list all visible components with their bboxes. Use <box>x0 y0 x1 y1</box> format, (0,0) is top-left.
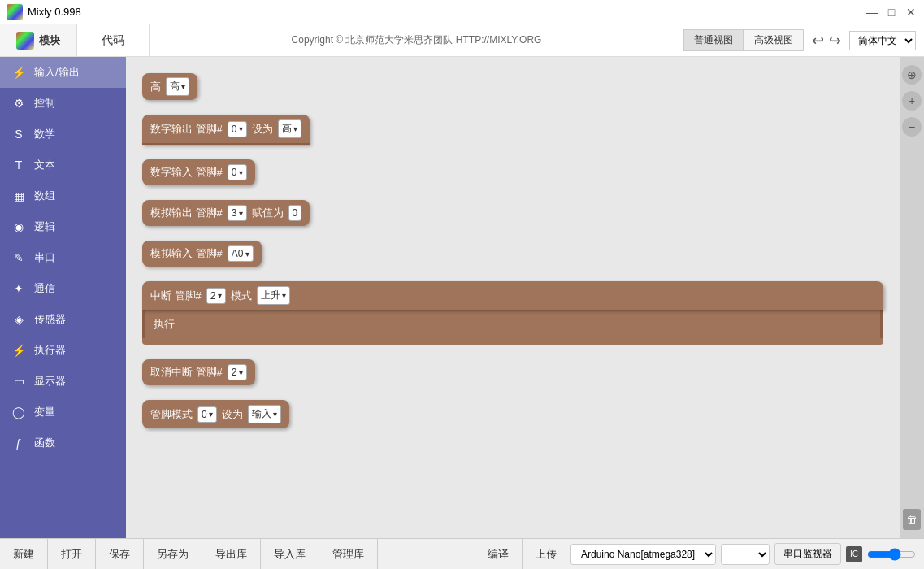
window-controls: — □ ✕ <box>865 6 917 19</box>
actuator-icon: ⚡ <box>10 341 28 359</box>
block-cancel-interrupt-label: 取消中断 管脚# <box>150 365 223 380</box>
sidebar-label-actuator: 执行器 <box>34 343 66 358</box>
sidebar-item-display[interactable]: ▭ 显示器 <box>0 366 126 397</box>
math-icon: S <box>10 125 28 143</box>
block-interrupt-mode[interactable]: 上升 ▾ <box>257 286 290 305</box>
sidebar-item-comm[interactable]: ✦ 通信 <box>0 273 126 304</box>
undo-redo-controls: ↩ ↪ <box>812 32 841 50</box>
close-button[interactable]: ✕ <box>904 6 917 19</box>
board-select[interactable]: Arduino Nano[atmega328] <box>570 544 716 565</box>
app-title: Mixly 0.998 <box>28 6 81 18</box>
sidebar-item-text[interactable]: T 文本 <box>0 150 126 180</box>
blocks-tab[interactable]: 模块 <box>0 24 77 56</box>
sidebar-label-control: 控制 <box>34 96 55 111</box>
blocks-workspace: 高 高 ▾ 数字输出 管脚# 0 ▾ <box>126 57 900 538</box>
code-tab-label: 代码 <box>102 33 124 48</box>
block-pin-mode-pin[interactable]: 0 ▾ <box>197 406 217 423</box>
variable-icon: ◯ <box>10 403 28 421</box>
export-lib-button[interactable]: 导出库 <box>202 539 261 569</box>
open-button[interactable]: 打开 <box>48 539 96 569</box>
control-icon: ⚙ <box>10 94 28 112</box>
io-icon: ⚡ <box>10 63 28 81</box>
redo-button[interactable]: ↪ <box>829 32 841 50</box>
block-interrupt-exec-label: 执行 <box>154 317 175 332</box>
serial-monitor-button[interactable]: 串口监视器 <box>774 543 841 565</box>
sidebar-item-math[interactable]: S 数学 <box>0 119 126 150</box>
block-high-dropdown[interactable]: 高 ▾ <box>166 77 189 96</box>
block-interrupt-label: 中断 管脚# <box>150 289 202 303</box>
block-interrupt-pin[interactable]: 2 ▾ <box>206 288 226 304</box>
sidebar-label-display: 显示器 <box>34 374 66 389</box>
code-tab[interactable]: 代码 <box>77 24 150 56</box>
block-digital-input-pin[interactable]: 0 ▾ <box>228 164 247 180</box>
block-pin-mode-label: 管脚模式 <box>150 407 193 422</box>
maximize-button[interactable]: □ <box>885 6 898 19</box>
undo-button[interactable]: ↩ <box>812 32 824 50</box>
compile-button[interactable]: 编译 <box>475 539 523 569</box>
block-digital-output: 数字输出 管脚# 0 ▾ 设为 高 ▾ <box>142 115 883 145</box>
canvas-controls: ⊕ + − 🗑 <box>900 57 924 538</box>
block-high: 高 高 ▾ <box>142 73 883 100</box>
zoom-out-button[interactable]: − <box>902 117 922 137</box>
sidebar-item-io[interactable]: ⚡ 输入/输出 <box>0 57 126 88</box>
copyright-text: Copyright © 北京师范大学米思齐团队 HTTP://MIXLY.ORG <box>150 33 683 47</box>
block-cancel-interrupt: 取消中断 管脚# 2 ▾ <box>142 359 883 385</box>
sidebar-item-serial[interactable]: ✎ 串口 <box>0 242 126 273</box>
blocks-logo-icon <box>16 32 34 50</box>
sidebar: ⚡ 输入/输出 ⚙ 控制 S 数学 T 文本 ▦ 数组 ◉ 逻辑 ✎ 串口 ✦ … <box>0 57 126 538</box>
sidebar-label-variable: 变量 <box>34 405 55 419</box>
block-analog-input-label: 模拟输入 管脚# <box>150 246 223 261</box>
block-analog-input: 模拟输入 管脚# A0 ▾ <box>142 241 883 267</box>
sidebar-item-array[interactable]: ▦ 数组 <box>0 180 126 211</box>
import-lib-button[interactable]: 导入库 <box>261 539 319 569</box>
toolbar: 新建 打开 保存 另存为 导出库 导入库 管理库 编译 上传 Arduino N… <box>0 538 924 569</box>
block-pin-mode-mode[interactable]: 输入 ▾ <box>248 405 281 423</box>
block-digital-output-value[interactable]: 高 ▾ <box>278 119 301 138</box>
block-analog-input-pin[interactable]: A0 ▾ <box>228 245 254 262</box>
sidebar-item-actuator[interactable]: ⚡ 执行器 <box>0 335 126 366</box>
sidebar-item-sensor[interactable]: ◈ 传感器 <box>0 304 126 335</box>
sidebar-item-logic[interactable]: ◉ 逻辑 <box>0 211 126 242</box>
reset-view-button[interactable]: ⊕ <box>902 65 922 85</box>
sidebar-label-math: 数学 <box>34 127 55 141</box>
new-button[interactable]: 新建 <box>0 539 48 569</box>
sidebar-label-text: 文本 <box>34 158 55 172</box>
view-buttons: 普通视图 高级视图 <box>683 29 804 51</box>
manage-lib-button[interactable]: 管理库 <box>319 539 378 569</box>
block-digital-output-pin[interactable]: 0 ▾ <box>228 121 247 137</box>
advanced-view-button[interactable]: 高级视图 <box>744 29 804 51</box>
sidebar-item-function[interactable]: ƒ 函数 <box>0 428 126 458</box>
sensor-icon: ◈ <box>10 311 28 328</box>
trash-button[interactable]: 🗑 <box>903 509 921 530</box>
zoom-in-button[interactable]: + <box>902 91 922 111</box>
sidebar-item-control[interactable]: ⚙ 控制 <box>0 88 126 119</box>
upload-button[interactable]: 上传 <box>523 539 570 569</box>
sidebar-item-variable[interactable]: ◯ 变量 <box>0 397 126 428</box>
block-digital-output-action: 设为 <box>252 122 273 137</box>
block-analog-output-pin[interactable]: 3 ▾ <box>228 205 247 221</box>
language-select[interactable]: 简体中文 <box>849 31 916 50</box>
sidebar-label-io: 输入/输出 <box>34 65 80 80</box>
titlebar: Mixly 0.998 — □ ✕ <box>0 0 924 24</box>
block-cancel-interrupt-pin[interactable]: 2 ▾ <box>228 364 247 380</box>
save-button[interactable]: 保存 <box>96 539 144 569</box>
normal-view-button[interactable]: 普通视图 <box>683 29 744 51</box>
serial-icon: ✎ <box>10 249 28 267</box>
block-interrupt-group: 中断 管脚# 2 ▾ 模式 上升 ▾ 执行 <box>142 281 883 345</box>
block-analog-output-value[interactable]: 0 <box>288 205 302 221</box>
display-icon: ▭ <box>10 372 28 390</box>
minimize-button[interactable]: — <box>865 6 878 19</box>
save-as-button[interactable]: 另存为 <box>144 539 202 569</box>
block-analog-output-action: 赋值为 <box>252 206 284 220</box>
block-analog-output-label: 模拟输出 管脚# <box>150 206 223 220</box>
chip-icon: IC <box>846 546 862 562</box>
canvas-inner[interactable]: 高 高 ▾ 数字输出 管脚# 0 ▾ <box>126 57 900 538</box>
block-interrupt-mode-label: 模式 <box>231 289 252 303</box>
speed-slider[interactable] <box>867 548 916 561</box>
block-pin-mode-action: 设为 <box>222 407 243 422</box>
port-select[interactable] <box>721 544 770 565</box>
blocks-tab-label: 模块 <box>39 33 60 48</box>
sidebar-items: ⚡ 输入/输出 ⚙ 控制 S 数学 T 文本 ▦ 数组 ◉ 逻辑 ✎ 串口 ✦ … <box>0 57 126 458</box>
sidebar-label-comm: 通信 <box>34 281 55 296</box>
block-digital-input: 数字输入 管脚# 0 ▾ <box>142 159 883 185</box>
